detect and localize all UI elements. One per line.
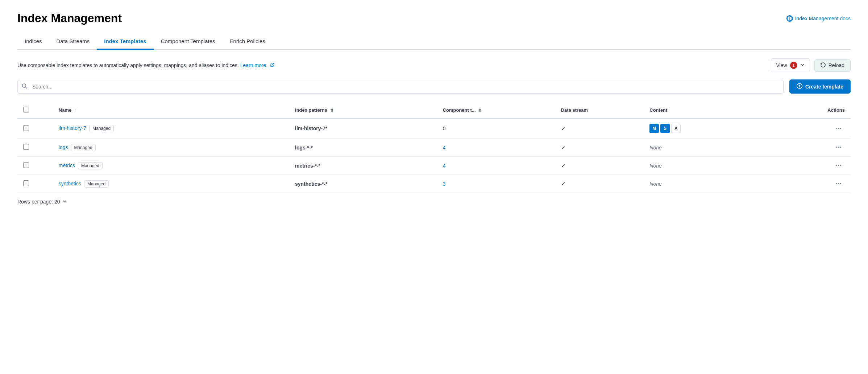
actions-menu-synthetics[interactable]: ···: [832, 178, 845, 189]
row-checkbox-metrics[interactable]: [23, 162, 29, 168]
cell-component-templates[interactable]: 4: [437, 139, 555, 157]
content-badge-s: S: [660, 124, 670, 133]
page-title: Index Management: [17, 12, 122, 25]
content-badge-a: A: [671, 124, 681, 133]
col-content: Content: [644, 102, 792, 118]
row-checkbox-synthetics[interactable]: [23, 180, 29, 186]
cell-component-templates[interactable]: 3: [437, 175, 555, 193]
content-none: None: [649, 181, 661, 187]
cell-index-patterns: metrics-*-*: [289, 157, 437, 175]
managed-badge: Managed: [84, 180, 109, 188]
reload-button[interactable]: Reload: [814, 59, 851, 72]
cell-component-templates[interactable]: 4: [437, 157, 555, 175]
content-none: None: [649, 145, 661, 151]
cell-data-stream: ✓: [555, 118, 644, 139]
component-link-logs[interactable]: 4: [443, 145, 446, 151]
check-icon: ✓: [561, 163, 566, 169]
col-data-stream: Data stream: [555, 102, 644, 118]
cell-index-patterns: ilm-history-7*: [289, 118, 437, 139]
sort-icon-component[interactable]: ⇅: [478, 108, 482, 113]
row-name-link-metrics[interactable]: metrics: [59, 163, 75, 168]
cell-actions: ···: [792, 157, 851, 175]
content-badge-m: M: [649, 124, 659, 133]
cell-data-stream: ✓: [555, 157, 644, 175]
table-row: ilm-history-7Managedilm-history-7*0✓MSA·…: [17, 118, 851, 139]
svg-text:i: i: [789, 17, 790, 20]
actions-right: View 1 Reload: [771, 58, 851, 72]
index-templates-table: Name ↑ Index patterns ⇅ Component t... ⇅…: [17, 102, 851, 193]
plus-icon: [797, 83, 802, 90]
col-component-templates: Component t... ⇅: [437, 102, 555, 118]
info-icon: i: [786, 15, 793, 22]
reload-icon: [821, 62, 826, 69]
cell-content: None: [644, 157, 792, 175]
cell-content: None: [644, 139, 792, 157]
sort-asc-icon[interactable]: ↑: [74, 108, 76, 112]
view-button[interactable]: View 1: [771, 58, 810, 72]
managed-badge: Managed: [89, 125, 114, 132]
view-badge: 1: [790, 62, 797, 69]
cell-content: None: [644, 175, 792, 193]
actions-menu-metrics[interactable]: ···: [832, 160, 845, 170]
chevron-down-icon-footer: [62, 199, 67, 205]
search-create-row: Create template: [17, 79, 851, 94]
table-row: metricsManagedmetrics-*-*4✓None···: [17, 157, 851, 175]
create-template-button[interactable]: Create template: [789, 79, 851, 94]
col-name: Name ↑: [53, 102, 289, 118]
row-name-link-logs[interactable]: logs: [59, 144, 68, 150]
row-checkbox-logs[interactable]: [23, 144, 29, 150]
tab-indices[interactable]: Indices: [17, 34, 49, 50]
cell-index-patterns: logs-*-*: [289, 139, 437, 157]
sort-icon-patterns[interactable]: ⇅: [330, 108, 333, 113]
content-none: None: [649, 163, 661, 169]
chevron-down-icon: [800, 62, 805, 68]
cell-data-stream: ✓: [555, 175, 644, 193]
description-row: Use composable index templates to automa…: [17, 58, 851, 72]
tabs-row: Indices Data Streams Index Templates Com…: [17, 34, 851, 50]
cell-actions: ···: [792, 139, 851, 157]
row-name-link-synthetics[interactable]: synthetics: [59, 181, 81, 186]
cell-content: MSA: [644, 118, 792, 139]
check-icon: ✓: [561, 181, 566, 187]
rows-per-page[interactable]: Rows per page: 20: [17, 199, 67, 205]
component-link-metrics[interactable]: 4: [443, 163, 446, 169]
search-input[interactable]: [17, 80, 784, 94]
tab-enrich-policies[interactable]: Enrich Policies: [222, 34, 272, 50]
search-icon: [22, 83, 28, 90]
tab-component-templates[interactable]: Component Templates: [154, 34, 223, 50]
row-name-link-ilm-history-7[interactable]: ilm-history-7: [59, 125, 86, 131]
header-row: Index Management i Index Management docs: [17, 12, 851, 25]
actions-menu-ilm-history-7[interactable]: ···: [832, 123, 845, 133]
cell-data-stream: ✓: [555, 139, 644, 157]
check-icon: ✓: [561, 126, 566, 132]
managed-badge: Managed: [71, 144, 96, 151]
row-checkbox-ilm-history-7[interactable]: [23, 125, 29, 131]
col-index-patterns: Index patterns ⇅: [289, 102, 437, 118]
description-text: Use composable index templates to automa…: [17, 62, 274, 68]
table-row: syntheticsManagedsynthetics-*-*3✓None···: [17, 175, 851, 193]
tab-data-streams[interactable]: Data Streams: [49, 34, 97, 50]
cell-index-patterns: synthetics-*-*: [289, 175, 437, 193]
external-link-icon: [270, 62, 274, 68]
table-header-row: Name ↑ Index patterns ⇅ Component t... ⇅…: [17, 102, 851, 118]
check-icon: ✓: [561, 144, 566, 151]
actions-menu-logs[interactable]: ···: [832, 142, 845, 152]
cell-actions: ···: [792, 175, 851, 193]
cell-actions: ···: [792, 118, 851, 139]
learn-more-link[interactable]: Learn more.: [240, 62, 274, 68]
search-wrapper: [17, 80, 784, 94]
cell-component-templates: 0: [437, 118, 555, 139]
managed-badge: Managed: [78, 162, 103, 169]
col-actions: Actions: [792, 102, 851, 118]
docs-link[interactable]: i Index Management docs: [786, 15, 851, 22]
tab-index-templates[interactable]: Index Templates: [97, 34, 153, 50]
footer-row: Rows per page: 20: [17, 193, 851, 210]
table-row: logsManagedlogs-*-*4✓None···: [17, 139, 851, 157]
select-all-checkbox[interactable]: [23, 107, 29, 112]
component-link-synthetics[interactable]: 3: [443, 181, 446, 187]
